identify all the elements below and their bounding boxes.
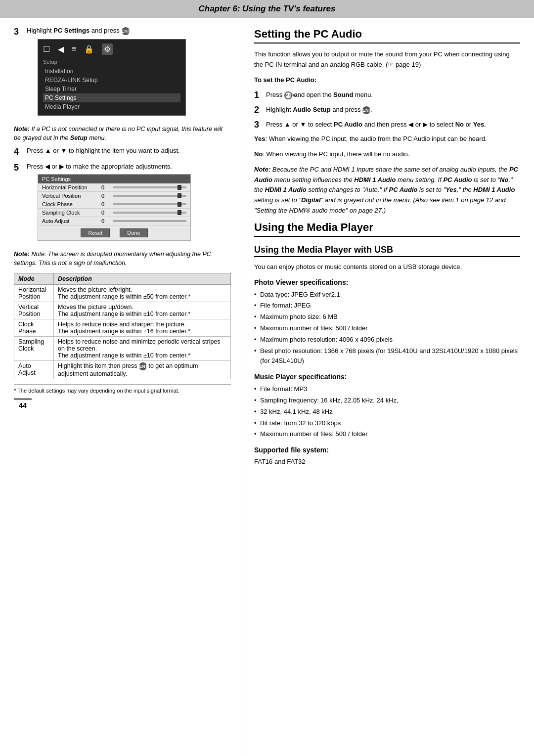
pc-slider-vert: [113, 195, 186, 197]
reset-button[interactable]: Reset: [81, 228, 110, 237]
icon-lock: 🔒: [84, 44, 94, 54]
pc-row-label-horiz: Horizontal Position: [42, 184, 101, 190]
supported-fs-text: FAT16 and FAT32: [254, 457, 520, 467]
left-column: 3 Highlight PC Settings and press ENTER …: [0, 18, 242, 756]
pc-audio-bold: PC Audio: [334, 121, 362, 128]
note-1-setup: Setup: [70, 134, 88, 141]
yes-description: Yes: When viewing the PC input, the audi…: [254, 134, 520, 144]
right-step-1-content: Press MENU and open the Sound menu.: [266, 90, 520, 100]
mode-cell-sampling: Sampling Clock: [14, 337, 54, 361]
pc-row-label-auto: Auto Adjust: [42, 218, 101, 224]
step-5: 5 Press ◀ or ▶ to make the appropriate a…: [14, 163, 231, 245]
chapter-header: Chapter 6: Using the TV's features: [0, 0, 534, 18]
music-spec-item-2: Sampling frequency: 16 kHz, 22.05 kHz, 2…: [254, 395, 520, 406]
pc-slider-clock: [113, 203, 186, 205]
done-button[interactable]: Done: [120, 228, 147, 237]
right-step-3: 3 Press ▲ or ▼ to select PC Audio and th…: [254, 120, 520, 131]
step-3-number: 3: [14, 27, 25, 38]
mode-cell-clock: Clock Phase: [14, 319, 54, 337]
music-spec-item-4: Bit rate: from 32 to 320 kbps: [254, 418, 520, 429]
music-spec-list: File format: MP3 Sampling frequency: 16 …: [254, 384, 520, 440]
pc-row-val-horiz: 0: [101, 184, 111, 190]
table-row-clock-phase: Clock Phase Helps to reduce noise and sh…: [14, 319, 231, 337]
step-3-bold: PC Settings: [53, 27, 89, 34]
pc-row-val-auto: 0: [101, 218, 111, 224]
pc-row-label-clock: Clock Phase: [42, 201, 101, 207]
music-spec-title: Music Player specifications:: [254, 373, 520, 381]
section-pc-audio-intro: This function allows you to output or mu…: [254, 49, 520, 70]
menu-item-installation: Installation: [43, 67, 180, 76]
pc-row-val-clock: 0: [101, 201, 111, 207]
mode-table: Mode Description Horizontal Position Mov…: [14, 273, 231, 379]
pc-thumb-horiz: [178, 185, 181, 190]
menu-screenshot: ☐ ◀ ≡ 🔒 ⚙ Setup Installation REGZA-LINK …: [38, 39, 186, 116]
page-number: 44: [14, 399, 32, 411]
icon-sound: ◀: [58, 44, 64, 54]
footer-note: * The default settings may vary dependin…: [14, 384, 231, 394]
step-4-content: Press ▲ or ▼ to highlight the item you w…: [27, 147, 231, 154]
section-pc-audio-title: Setting the PC Audio: [254, 28, 520, 44]
pc-slider-auto: [113, 220, 186, 222]
menu-item-sleep: Sleep Timer: [43, 85, 180, 93]
table-row-vertical: Vertical Position Moves the picture up/d…: [14, 302, 231, 319]
step-5-text: Press ◀ or ▶ to make the appropriate adj…: [27, 163, 172, 170]
to-set-label: To set the PC Audio:: [254, 75, 520, 86]
table-row-horizontal: Horizontal Position Moves the picture le…: [14, 285, 231, 302]
photo-spec-item-3: Maximum photo size: 6 MB: [254, 311, 520, 323]
note-2-text: Note: The screen is disrupted momentaril…: [14, 251, 211, 267]
desc-cell-horiz: Moves the picture left/right. The adjust…: [54, 285, 231, 302]
supported-fs-title: Supported file system:: [254, 446, 520, 454]
pc-row-label-vert: Vertical Position: [42, 193, 101, 199]
photo-spec-item-5: Maximum photo resolution: 4096 x 4096 pi…: [254, 334, 520, 346]
note-1-text: If a PC is not connected or there is no …: [14, 126, 222, 142]
yes-bold: Yes: [473, 121, 484, 128]
page-ref: ☞ page 19: [388, 61, 419, 68]
table-row-sampling: Sampling Clock Helps to reduce noise and…: [14, 337, 231, 361]
pc-settings-title: PC Settings: [38, 175, 190, 183]
table-header-desc: Description: [54, 273, 231, 285]
icon-setup-active: ⚙: [102, 44, 113, 55]
right-column: Setting the PC Audio This function allow…: [242, 18, 534, 756]
icon-picture: ☐: [43, 44, 50, 54]
menu-label: Setup: [43, 59, 180, 65]
step-5-content: Press ◀ or ▶ to make the appropriate adj…: [27, 163, 231, 245]
mode-cell-auto: Auto Adjust: [14, 361, 54, 379]
step-4-text: Press ▲ or ▼ to highlight the item you w…: [27, 147, 180, 154]
no-bold: No: [455, 121, 464, 128]
pc-settings-row-horiz: Horizontal Position 0: [38, 183, 190, 192]
enter-button-icon: ENTER: [122, 27, 130, 35]
chapter-title: Chapter 6: Using the TV's features: [198, 4, 335, 13]
music-spec-item-3: 32 kHz, 44.1 kHz, 48 kHz: [254, 406, 520, 418]
desc-cell-auto: Highlight this item then press ENTER to …: [54, 361, 231, 379]
note-1-suffix: menu.: [88, 134, 106, 141]
step-3: 3 Highlight PC Settings and press ENTER …: [14, 27, 231, 120]
enter-btn-step2: ENTER: [362, 106, 370, 114]
content-area: 3 Highlight PC Settings and press ENTER …: [0, 18, 534, 756]
menu-item-media: Media Player: [43, 102, 180, 111]
right-step-2-content: Highlight Audio Setup and press ENTER.: [266, 105, 520, 115]
desc-cell-clock: Helps to reduce noise and sharpen the pi…: [54, 319, 231, 337]
pc-row-val-vert: 0: [101, 193, 111, 199]
sound-menu-bold: Sound: [333, 91, 353, 98]
note-2: Note: Note: The screen is disrupted mome…: [14, 250, 231, 268]
mode-cell-vert: Vertical Position: [14, 302, 54, 319]
right-step-3-num: 3: [254, 120, 264, 131]
music-spec-item-1: File format: MP3: [254, 384, 520, 395]
photo-spec-item-6: Best photo resolution: 1366 x 768 pixels…: [254, 346, 520, 367]
pc-thumb-vert: [178, 193, 181, 198]
step-3-content: Highlight PC Settings and press ENTER ☐ …: [27, 27, 231, 120]
menu-icons-row: ☐ ◀ ≡ 🔒 ⚙: [43, 44, 180, 55]
pc-settings-row-sampling: Sampling Clock 0: [38, 209, 190, 217]
photo-spec-list: Data type: JPEG Exif ver2.1 File format:…: [254, 289, 520, 367]
photo-spec-item-2: File format: JPEG: [254, 300, 520, 311]
step-3-suffix: and press: [89, 27, 120, 34]
pc-settings-row-vert: Vertical Position 0: [38, 192, 190, 200]
pc-thumb-clock: [178, 202, 181, 207]
note-1: Note: If a PC is not connected or there …: [14, 125, 231, 143]
table-row-auto: Auto Adjust Highlight this item then pre…: [14, 361, 231, 379]
step-5-number: 5: [14, 163, 25, 174]
pc-thumb-sampling: [178, 210, 181, 215]
audio-setup-bold: Audio Setup: [293, 106, 331, 113]
right-step-3-content: Press ▲ or ▼ to select PC Audio and then…: [266, 120, 520, 130]
table-header-mode: Mode: [14, 273, 54, 285]
